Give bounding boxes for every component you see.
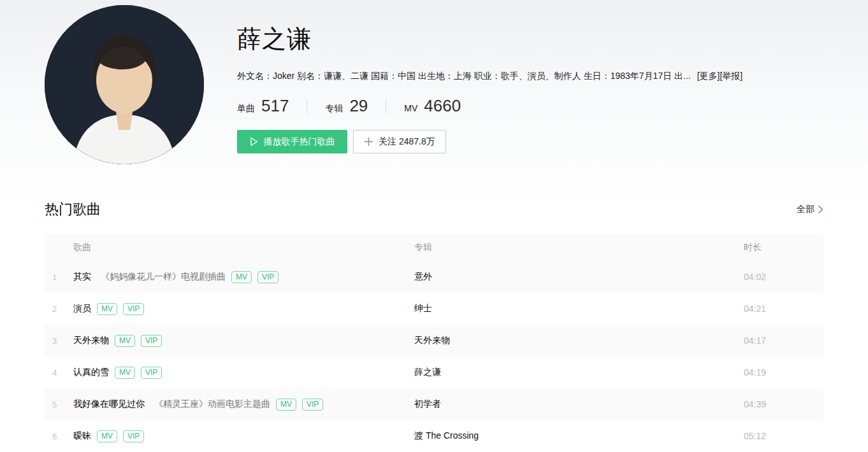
song-cell: 认真的雪 MV VIP [73, 367, 414, 379]
song-title-link[interactable]: 天外来物 [73, 335, 109, 346]
stat-singles: 单曲 517 [237, 96, 289, 116]
plus-icon [364, 137, 373, 146]
artist-info-line: 外文名：Joker 别名：谦谦、二谦 国籍：中国 出生地：上海 职业：歌手、演员… [237, 71, 742, 82]
stat-albums-label: 专辑 [325, 103, 343, 115]
album-cell: 绅士 [414, 303, 744, 314]
song-title-link[interactable]: 暧昧 [73, 430, 91, 442]
stat-mv-value: 4660 [424, 96, 461, 116]
mv-badge[interactable]: MV [97, 303, 117, 315]
song-row[interactable]: 3 天外来物 MV VIP 天外来物 04:17 [45, 325, 823, 357]
song-row[interactable]: 6 暧昧 MV VIP 渡 The Crossing 05:12 [45, 420, 823, 452]
song-rank: 1 [45, 272, 73, 282]
album-link[interactable]: 绅士 [414, 303, 432, 313]
vip-badge[interactable]: VIP [123, 303, 144, 315]
album-link[interactable]: 渡 The Crossing [414, 430, 479, 441]
stat-divider [307, 99, 307, 113]
hot-songs-section: 热门歌曲 全部 歌曲 专辑 时长 1 其实 《妈妈像花儿一样》电视剧插曲 MV … [0, 196, 868, 452]
album-cell: 天外来物 [414, 335, 744, 346]
stat-divider [386, 99, 386, 113]
vip-badge[interactable]: VIP [141, 367, 162, 379]
album-link[interactable]: 意外 [414, 271, 432, 281]
song-title-link[interactable]: 认真的雪 [73, 367, 109, 378]
column-header-album: 专辑 [414, 242, 744, 253]
song-duration: 04:19 [744, 367, 823, 378]
follow-button[interactable]: 关注 2487.8万 [353, 130, 446, 153]
song-title-link[interactable]: 其实 [73, 271, 91, 283]
view-all-link[interactable]: 全部 [797, 204, 823, 215]
song-duration: 04:39 [744, 399, 823, 409]
album-link[interactable]: 初学者 [414, 399, 441, 409]
song-title-link[interactable]: 演员 [73, 303, 91, 314]
view-all-label: 全部 [797, 204, 814, 215]
song-title-link[interactable]: 我好像在哪见过你 [73, 399, 145, 410]
song-cell: 我好像在哪见过你 《精灵王座》动画电影主题曲 MV VIP [73, 399, 414, 411]
stat-mv-label: MV [404, 103, 417, 113]
song-cell: 演员 MV VIP [73, 303, 414, 315]
artist-stats: 单曲 517 专辑 29 MV 4660 [237, 96, 742, 116]
play-button-label: 播放歌手热门歌曲 [264, 136, 335, 148]
artist-info-text: 外文名：Joker 别名：谦谦、二谦 国籍：中国 出生地：上海 职业：歌手、演员… [237, 71, 691, 81]
song-rank: 6 [45, 432, 73, 441]
hot-songs-title: 热门歌曲 [45, 200, 101, 219]
mv-badge[interactable]: MV [115, 335, 135, 347]
artist-avatar[interactable] [45, 5, 204, 164]
more-link[interactable]: [更多] [697, 71, 720, 81]
stat-albums-value: 29 [349, 96, 368, 116]
action-buttons: 播放歌手热门歌曲 关注 2487.8万 [237, 130, 742, 153]
mv-badge[interactable]: MV [97, 430, 117, 442]
song-cell: 暧昧 MV VIP [73, 430, 414, 442]
album-link[interactable]: 薛之谦 [414, 367, 441, 377]
artist-header: 薛之谦 外文名：Joker 别名：谦谦、二谦 国籍：中国 出生地：上海 职业：歌… [0, 0, 868, 191]
vip-badge[interactable]: VIP [257, 271, 278, 283]
song-duration: 04:21 [744, 304, 823, 314]
song-subtitle: 《精灵王座》动画电影主题曲 [154, 399, 270, 410]
song-subtitle: 《妈妈像花儿一样》电视剧插曲 [101, 271, 226, 283]
song-rank: 5 [45, 400, 73, 409]
column-header-song: 歌曲 [73, 242, 414, 253]
vip-badge[interactable]: VIP [141, 335, 162, 347]
artist-name: 薛之谦 [237, 23, 742, 55]
column-header-duration: 时长 [744, 242, 823, 253]
artist-photo-placeholder [45, 5, 204, 164]
stat-albums: 专辑 29 [325, 96, 368, 116]
song-rank: 3 [45, 336, 73, 346]
song-row[interactable]: 5 我好像在哪见过你 《精灵王座》动画电影主题曲 MV VIP 初学者 04:3… [45, 388, 823, 420]
stat-singles-value: 517 [261, 96, 289, 116]
song-row[interactable]: 1 其实 《妈妈像花儿一样》电视剧插曲 MV VIP 意外 04:02 [45, 261, 823, 293]
song-cell: 其实 《妈妈像花儿一样》电视剧插曲 MV VIP [73, 271, 414, 283]
stat-singles-label: 单曲 [237, 103, 255, 115]
mv-badge[interactable]: MV [115, 367, 135, 379]
vip-badge[interactable]: VIP [123, 430, 144, 442]
song-row[interactable]: 2 演员 MV VIP 绅士 04:21 [45, 293, 823, 325]
song-cell: 天外来物 MV VIP [73, 335, 414, 347]
stat-mv: MV 4660 [404, 96, 461, 116]
song-list: 1 其实 《妈妈像花儿一样》电视剧插曲 MV VIP 意外 04:02 2 演员… [45, 261, 823, 452]
song-table-header: 歌曲 专辑 时长 [45, 234, 823, 261]
play-hot-songs-button[interactable]: 播放歌手热门歌曲 [237, 130, 347, 153]
song-duration: 04:02 [744, 272, 823, 282]
mv-badge[interactable]: MV [276, 399, 296, 411]
song-rank: 4 [45, 368, 73, 378]
play-icon [250, 137, 258, 146]
mv-badge[interactable]: MV [231, 271, 252, 283]
album-cell: 渡 The Crossing [414, 430, 744, 442]
song-rank: 2 [45, 304, 73, 314]
follow-button-label: 关注 2487.8万 [379, 136, 435, 148]
report-link[interactable]: [举报] [720, 71, 742, 81]
album-cell: 薛之谦 [414, 367, 744, 378]
album-link[interactable]: 天外来物 [414, 335, 450, 345]
album-cell: 初学者 [414, 399, 744, 410]
song-duration: 05:12 [744, 431, 823, 441]
song-table: 歌曲 专辑 时长 1 其实 《妈妈像花儿一样》电视剧插曲 MV VIP 意外 0… [45, 234, 823, 452]
song-duration: 04:17 [744, 335, 823, 346]
chevron-right-icon [818, 205, 823, 214]
song-row[interactable]: 4 认真的雪 MV VIP 薛之谦 04:19 [45, 357, 823, 388]
vip-badge[interactable]: VIP [302, 399, 323, 411]
album-cell: 意外 [414, 271, 744, 283]
